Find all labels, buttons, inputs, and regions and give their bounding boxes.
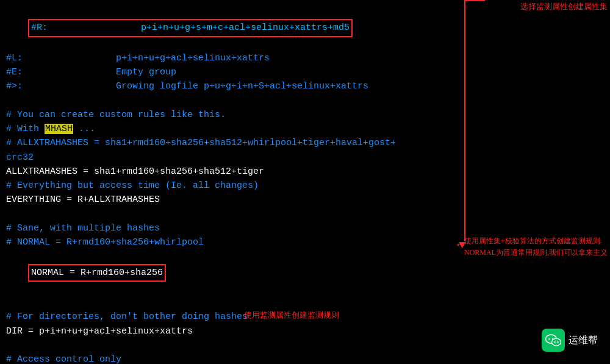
wechat-badge: 运维帮 — [542, 329, 598, 352]
blank1 — [6, 94, 604, 108]
blank4 — [6, 338, 604, 352]
svg-point-5 — [557, 341, 558, 343]
annotation-top-right: 选择监测属性创建属性集 — [520, 1, 608, 12]
blank3 — [6, 296, 604, 310]
blank2 — [6, 207, 604, 221]
line-sane-comment: # Sane, with multiple hashes — [6, 221, 604, 235]
line-everything: EVERYTHING = R+ALLXTRAHASHES — [6, 193, 604, 207]
wechat-icon — [542, 329, 565, 352]
vertical-red-line — [464, 0, 465, 241]
line-r: #R: p+i+n+u+g+s+m+c+acl+selinux+xattrs+m… — [6, 5, 604, 51]
terminal-window: #R: p+i+n+u+g+s+m+c+acl+selinux+xattrs+m… — [0, 0, 610, 364]
line-custom: # You can create custom rules like this. — [6, 108, 604, 122]
annotation-perms: 使用监测属性创建监测规则 — [244, 310, 339, 321]
line-gt: #>: Growing logfile p+u+g+i+n+S+acl+seli… — [6, 79, 604, 93]
line-dir: DIR = p+i+n+u+g+acl+selinux+xattrs — [6, 324, 604, 338]
mhash-highlight: MHASH — [45, 124, 73, 134]
top-h-line — [465, 0, 485, 1]
line-allxtrahashes: ALLXTRAHASHES = sha1+rmd160+sha256+sha51… — [6, 165, 604, 179]
line-e: #E: Empty group — [6, 65, 604, 79]
svg-point-3 — [552, 338, 553, 340]
line-perms-comment: # Access control only — [6, 352, 604, 364]
arrow-down: ▼ — [459, 239, 465, 251]
line-everything-comment: # Everything but access time (Ie. all ch… — [6, 179, 604, 193]
line-crc32: crc32 — [6, 151, 604, 165]
line-allxtrahashes-comment: # ALLXTRAHASHES = sha1+rmd160+sha256+sha… — [6, 136, 604, 150]
svg-point-2 — [548, 338, 550, 340]
line-l: #L: p+i+n+u+g+acl+selinux+xattrs — [6, 51, 604, 65]
line-mhash: # With MHASH ... — [6, 122, 604, 136]
svg-point-4 — [554, 341, 555, 343]
annotation-normal: 使用属性集+校验算法的方式创建监测规则. NORMAL为普通常用规则,我们可以拿… — [464, 235, 608, 259]
wechat-label: 运维帮 — [569, 334, 598, 347]
wechat-svg — [545, 334, 561, 347]
